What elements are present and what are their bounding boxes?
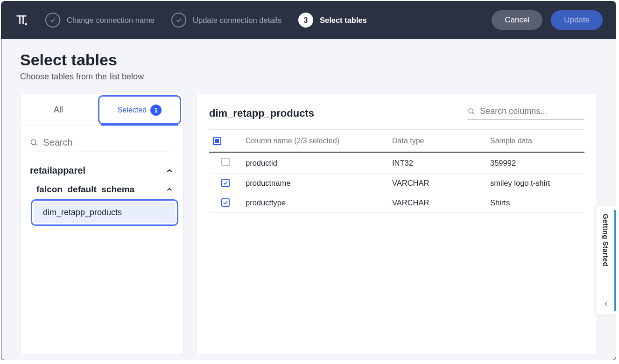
table-row: producttypeVARCHARShirts (209, 193, 584, 213)
col-type: VARCHAR (388, 193, 486, 213)
col-type: INT32 (388, 152, 486, 174)
update-button[interactable]: Update (551, 10, 603, 30)
step-label: Select tables (320, 16, 367, 25)
search-icon (30, 138, 38, 147)
step-label: Change connection name (67, 16, 155, 25)
select-all-checkbox[interactable] (213, 137, 221, 145)
tab-selected[interactable]: Selected 1 (96, 94, 183, 126)
chevron-up-icon (165, 185, 174, 194)
columns-search-input[interactable] (480, 106, 584, 116)
row-checkbox[interactable] (221, 158, 230, 166)
getting-started-label: Getting Started (602, 214, 610, 266)
page-subtitle: Choose tables from the list below (20, 72, 597, 82)
check-icon (171, 13, 186, 28)
database-name: retailapparel (30, 165, 85, 176)
table-item-label: dim_retapp_products (34, 202, 176, 223)
step-number: 3 (298, 13, 313, 28)
step-select-tables[interactable]: 3 Select tables (298, 13, 367, 28)
col-sample: Shirts (486, 193, 584, 213)
page-title: Select tables (20, 51, 597, 69)
columns-table: Column name (2/3 selected) Data type Sam… (209, 129, 584, 213)
col-name: producttype (242, 193, 388, 213)
columns-table-title: dim_retapp_products (209, 107, 314, 119)
tables-panel: All Selected 1 (20, 94, 183, 354)
tab-all[interactable]: All (21, 94, 96, 126)
svg-point-3 (25, 23, 27, 25)
schema-name: falcon_default_schema (36, 184, 134, 195)
col-name: productid (242, 152, 388, 174)
step-update-connection-details[interactable]: Update connection details (171, 13, 281, 28)
columns-search[interactable] (468, 106, 584, 120)
schema-header[interactable]: falcon_default_schema (21, 176, 183, 195)
tab-selected-label: Selected (118, 106, 147, 114)
columns-panel: dim_retapp_products Column name (2/3 sel… (197, 94, 597, 354)
col-type: VARCHAR (388, 174, 486, 193)
step-change-connection-name[interactable]: Change connection name (45, 13, 155, 28)
tables-search[interactable] (30, 137, 174, 152)
search-icon (468, 107, 475, 116)
svg-point-4 (31, 140, 36, 145)
topbar: Change connection name Update connection… (1, 1, 616, 39)
col-header-name: Column name (2/3 selected) (242, 130, 388, 153)
row-checkbox[interactable] (221, 198, 230, 207)
check-icon (45, 13, 60, 28)
col-sample: 359992 (486, 152, 584, 174)
tables-search-input[interactable] (43, 137, 174, 148)
chevron-left-icon (603, 301, 609, 307)
row-checkbox[interactable] (221, 179, 230, 187)
getting-started-tab[interactable]: Getting Started (595, 206, 616, 315)
svg-point-6 (469, 108, 473, 112)
database-header[interactable]: retailapparel (21, 155, 183, 176)
col-sample: smiley logo t-shirt (486, 174, 584, 193)
selected-count-badge: 1 (150, 105, 162, 116)
table-row: productidINT32359992 (209, 152, 584, 174)
cancel-button[interactable]: Cancel (492, 10, 542, 30)
step-label: Update connection details (193, 16, 281, 25)
svg-line-7 (472, 112, 474, 114)
wizard-steps: Change connection name Update connection… (45, 13, 475, 28)
table-item-selected[interactable]: dim_retapp_products (34, 202, 176, 223)
col-header-type: Data type (388, 130, 486, 153)
col-header-sample: Sample data (486, 130, 584, 153)
col-name: productname (242, 174, 388, 193)
chevron-up-icon (165, 167, 174, 175)
app-logo (14, 13, 28, 27)
svg-line-5 (35, 144, 37, 146)
table-row: productnameVARCHARsmiley logo t-shirt (209, 174, 584, 193)
